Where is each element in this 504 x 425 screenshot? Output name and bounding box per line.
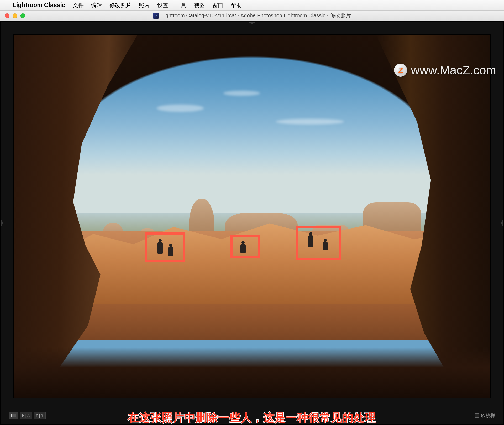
menubar-app-name[interactable]: Lightroom Classic: [13, 2, 65, 9]
watermark-badge-icon: Z: [394, 64, 407, 77]
mac-menu-bar: Lightroom Classic 文件 编辑 修改照片 照片 设置 工具 视图…: [0, 0, 504, 11]
menu-view[interactable]: 视图: [194, 2, 205, 9]
panel-handle-top-icon[interactable]: [247, 22, 257, 24]
menu-file[interactable]: 文件: [73, 2, 84, 9]
menu-window[interactable]: 窗口: [212, 2, 223, 9]
highlight-box-1: [145, 232, 185, 262]
window-title-text: Lightroom Catalog-v10-v11.lrcat - Adobe …: [161, 12, 351, 19]
window-title-bar: Lr Lightroom Catalog-v10-v11.lrcat - Ado…: [0, 11, 504, 21]
lightroom-app-icon: Lr: [153, 13, 159, 19]
photo-canvas[interactable]: [14, 35, 490, 398]
menu-edit[interactable]: 编辑: [91, 2, 102, 9]
highlight-box-3: [296, 226, 341, 260]
panel-handle-left-icon[interactable]: [1, 218, 3, 228]
watermark: Z www.MacZ.com: [394, 63, 496, 77]
watermark-text: www.MacZ.com: [411, 63, 496, 77]
menu-settings[interactable]: 设置: [157, 2, 168, 9]
window-minimize-icon[interactable]: [13, 13, 17, 18]
menu-develop[interactable]: 修改照片: [109, 2, 132, 9]
menu-photo[interactable]: 照片: [139, 2, 150, 9]
window-close-icon[interactable]: [5, 13, 9, 18]
window-zoom-icon[interactable]: [20, 13, 25, 18]
lightroom-workspace: R|A Y|Y 软校样 在这张照片中删除一些人，这是一种很常见的处理: [0, 21, 504, 425]
photo-preview: [14, 35, 490, 398]
highlight-box-2: [230, 235, 260, 258]
panel-handle-right-icon[interactable]: [501, 218, 503, 228]
menu-tools[interactable]: 工具: [176, 2, 187, 9]
window-traffic-lights: [5, 13, 25, 18]
menu-help[interactable]: 帮助: [231, 2, 242, 9]
tutorial-caption: 在这张照片中删除一些人，这是一种很常见的处理: [1, 410, 503, 425]
window-title: Lr Lightroom Catalog-v10-v11.lrcat - Ado…: [0, 12, 504, 19]
